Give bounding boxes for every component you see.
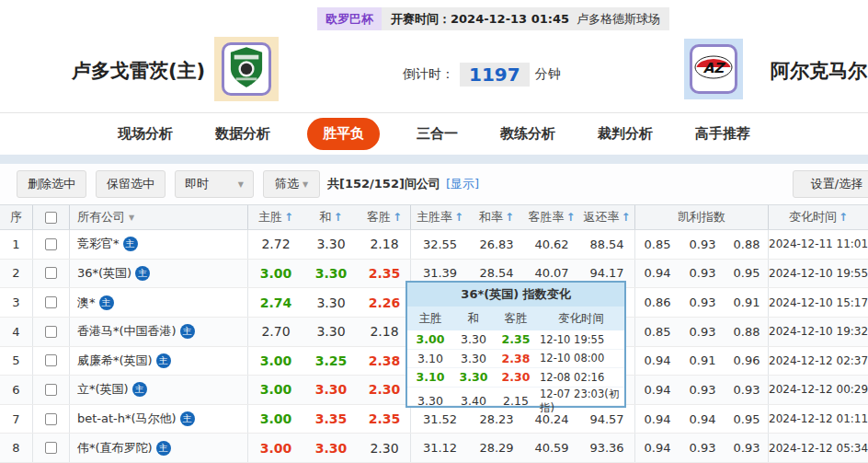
sort-up-icon: ↑ bbox=[505, 211, 514, 224]
popup-body: 3.00 3.30 2.35 12-10 19:55 3.10 3.30 2.3… bbox=[407, 330, 624, 406]
nav-tab-2[interactable]: 胜平负 bbox=[307, 118, 380, 150]
company-name[interactable]: 澳* bbox=[77, 295, 96, 311]
row-seq: 5 bbox=[0, 347, 33, 376]
row-checkbox[interactable] bbox=[45, 238, 57, 250]
popup-header-draw: 和 bbox=[453, 311, 494, 327]
countdown-value: 1197 bbox=[460, 63, 530, 87]
countdown-unit: 分钟 bbox=[535, 66, 561, 83]
home-odds: 3.00 bbox=[248, 353, 303, 368]
nav-tab-4[interactable]: 教练分析 bbox=[495, 118, 561, 150]
company-home-icon[interactable]: 主 bbox=[135, 266, 150, 281]
table-header-row: 序 所有公司▼ 主胜↑ 和↑ 客胜↑ 主胜率↑ 和率↑ 客胜率↑ 返还率↑ 凯利… bbox=[0, 204, 868, 230]
away-rate: 40.07 bbox=[524, 266, 579, 280]
company-home-icon[interactable]: 主 bbox=[123, 237, 138, 251]
away-team-name: 阿尔克马尔 bbox=[771, 58, 867, 84]
league-badge[interactable]: 欧罗巴杯 bbox=[317, 7, 382, 30]
draw-odds: 3.30 bbox=[303, 382, 359, 397]
show-link[interactable]: [显示] bbox=[446, 176, 479, 192]
nav-tab-0[interactable]: 现场分析 bbox=[112, 118, 178, 150]
keep-selected-button[interactable]: 保留选中 bbox=[96, 170, 166, 198]
popup-change-time: 12-07 23:03(初指) bbox=[538, 388, 624, 415]
header-return-rate[interactable]: 返还率↑ bbox=[579, 205, 635, 229]
header-away-odds[interactable]: 客胜↑ bbox=[359, 205, 411, 229]
company-name[interactable]: 36*(英国) bbox=[77, 265, 131, 282]
league-strip: 欧罗巴杯 开赛时间：2024-12-13 01:45卢多格德斯球场 bbox=[317, 7, 669, 30]
home-team-logo[interactable] bbox=[214, 37, 279, 101]
kelly-draw: 0.93 bbox=[680, 383, 725, 397]
company-name[interactable]: bet-at-h*(马尔他) bbox=[77, 411, 177, 427]
settings-button[interactable]: 设置/选择 bbox=[793, 170, 868, 198]
draw-odds: 3.30 bbox=[303, 266, 359, 281]
table-row: 7 bet-at-h*(马尔他)主 3.00 3.35 2.35 31.52 2… bbox=[0, 405, 868, 434]
row-checkbox[interactable] bbox=[45, 267, 57, 279]
row-checkbox[interactable] bbox=[45, 326, 57, 338]
row-checkbox[interactable] bbox=[45, 354, 57, 366]
popup-home-odds: 3.10 bbox=[407, 352, 453, 365]
draw-rate: 28.54 bbox=[469, 266, 524, 280]
sort-up-icon: ↑ bbox=[565, 211, 575, 224]
row-checkbox[interactable] bbox=[45, 384, 57, 396]
countdown: 倒计时： 1197 分钟 bbox=[403, 63, 561, 87]
company-name[interactable]: 香港马*(中国香港) bbox=[77, 323, 177, 340]
company-home-icon[interactable]: 主 bbox=[156, 441, 171, 456]
popup-change-time: 12-10 19:55 bbox=[538, 333, 624, 346]
odds-history-popup: 36*(英国) 指数变化 主胜 和 客胜 变化时间 3.00 3.30 2.35… bbox=[405, 281, 626, 408]
row-checkbox[interactable] bbox=[45, 442, 57, 454]
away-odds: 2.30 bbox=[359, 434, 411, 462]
draw-odds: 3.30 bbox=[303, 324, 359, 339]
home-rate: 32.55 bbox=[411, 237, 469, 251]
company-home-icon[interactable]: 主 bbox=[180, 411, 195, 426]
header-kelly: 凯利指数 bbox=[635, 205, 769, 229]
away-team-logo[interactable]: AZ bbox=[684, 39, 743, 99]
away-rate: 40.62 bbox=[524, 237, 579, 251]
row-checkbox[interactable] bbox=[45, 413, 57, 425]
venue: 卢多格德斯球场 bbox=[577, 12, 660, 26]
popup-away-odds: 2.35 bbox=[494, 332, 538, 346]
delete-selected-button[interactable]: 删除选中 bbox=[17, 170, 86, 198]
row-checkbox[interactable] bbox=[45, 296, 57, 308]
kelly-away: 0.96 bbox=[725, 347, 769, 376]
header-change-time[interactable]: 变化时间↑ bbox=[769, 209, 868, 226]
company-home-icon[interactable]: 主 bbox=[132, 382, 147, 397]
home-odds: 3.00 bbox=[248, 411, 303, 426]
header-company[interactable]: 所有公司▼ bbox=[70, 205, 248, 229]
popup-home-odds: 3.00 bbox=[407, 332, 453, 346]
nav-tab-3[interactable]: 三合一 bbox=[411, 118, 463, 150]
time-filter-select[interactable]: 即时▼ bbox=[175, 170, 254, 198]
row-seq: 1 bbox=[0, 230, 33, 259]
kelly-away: 0.88 bbox=[725, 318, 769, 346]
change-time: 2024-12-10 15:17 bbox=[769, 296, 868, 309]
change-time: 2024-12-12 05:34 bbox=[769, 442, 868, 455]
change-time: 2024-12-11 11:01 bbox=[769, 237, 868, 250]
away-odds: 2.18 bbox=[359, 318, 411, 346]
change-time: 2024-12-12 00:29 bbox=[769, 383, 868, 396]
sort-up-icon: ↑ bbox=[393, 211, 402, 224]
company-name[interactable]: 立*(英国) bbox=[77, 381, 129, 398]
company-home-icon[interactable]: 主 bbox=[99, 295, 114, 310]
header-home-rate[interactable]: 主胜率↑ bbox=[411, 209, 469, 226]
kelly-draw: 0.93 bbox=[680, 295, 725, 309]
nav-tab-5[interactable]: 裁判分析 bbox=[592, 118, 658, 150]
home-odds: 2.74 bbox=[248, 295, 303, 310]
home-rate: 31.39 bbox=[411, 266, 469, 280]
header-draw-rate[interactable]: 和率↑ bbox=[469, 209, 524, 226]
kelly-draw: 0.94 bbox=[680, 412, 725, 426]
header-home-odds[interactable]: 主胜↑ bbox=[248, 209, 303, 226]
header-draw-odds[interactable]: 和↑ bbox=[303, 209, 359, 226]
company-name[interactable]: 威廉希*(英国) bbox=[77, 353, 153, 369]
filter-button[interactable]: 筛选▼ bbox=[263, 170, 320, 198]
popup-change-time: 12-08 02:16 bbox=[538, 371, 624, 384]
nav-tab-1[interactable]: 数据分析 bbox=[210, 118, 276, 150]
draw-odds: 3.25 bbox=[303, 353, 359, 368]
company-home-icon[interactable]: 主 bbox=[180, 324, 195, 339]
nav-tab-6[interactable]: 高手推荐 bbox=[690, 118, 756, 150]
header-away-rate[interactable]: 客胜率↑ bbox=[524, 209, 579, 226]
company-name[interactable]: 竞彩官* bbox=[77, 236, 120, 252]
popup-home-odds: 3.30 bbox=[407, 394, 453, 408]
kelly-home: 0.94 bbox=[635, 441, 680, 455]
match-info: 开赛时间：2024-12-13 01:45卢多格德斯球场 bbox=[382, 7, 669, 30]
company-cell: 伟*(直布罗陀)主 bbox=[70, 434, 248, 462]
company-home-icon[interactable]: 主 bbox=[156, 353, 171, 368]
company-name[interactable]: 伟*(直布罗陀) bbox=[77, 440, 153, 457]
select-all-checkbox[interactable] bbox=[45, 212, 57, 224]
